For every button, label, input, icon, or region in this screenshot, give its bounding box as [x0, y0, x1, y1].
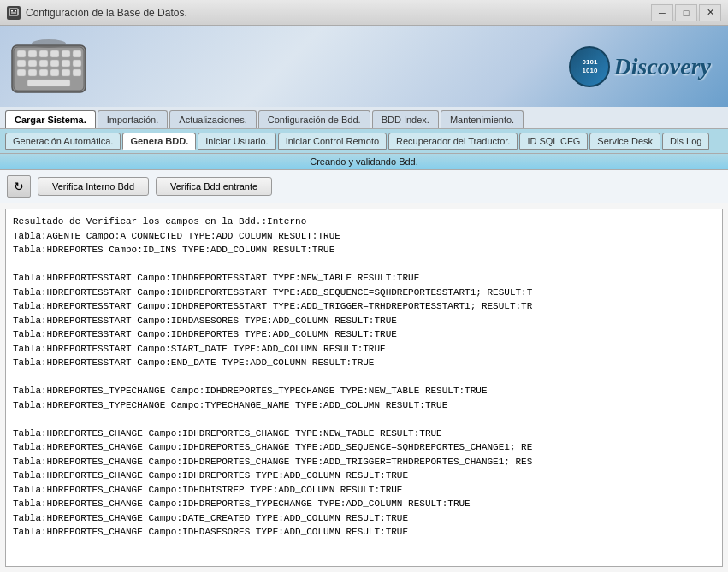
svg-rect-14: [39, 60, 48, 67]
tab-importacion[interactable]: Importación.: [98, 110, 169, 128]
svg-rect-18: [17, 69, 26, 76]
header-area: 01011010 Discovery: [0, 26, 728, 107]
svg-rect-2: [15, 10, 16, 12]
minimize-button[interactable]: ─: [651, 4, 673, 21]
tab-bdd-index[interactable]: BDD Index.: [372, 110, 439, 128]
svg-rect-24: [27, 80, 70, 86]
svg-rect-12: [17, 60, 26, 67]
logo-text: Discovery: [613, 53, 711, 80]
svg-rect-0: [9, 9, 18, 15]
logo-area: 01011010 Discovery: [569, 46, 711, 87]
tab-service-desk[interactable]: Service Desk: [589, 133, 660, 150]
title-bar: Configuración de la Base de Datos. ─ □ ✕: [0, 0, 728, 26]
svg-rect-7: [28, 50, 37, 57]
svg-rect-21: [50, 69, 59, 76]
window-content: 01011010 Discovery Cargar Sistema. Impor…: [0, 26, 728, 572]
svg-rect-10: [62, 50, 70, 57]
svg-point-25: [32, 39, 66, 48]
verifica-entrante-button[interactable]: Verifica Bdd entrante: [156, 177, 272, 196]
window-title: Configuración de la Base de Datos.: [26, 7, 651, 19]
svg-rect-1: [11, 10, 13, 12]
tab-mantenimiento[interactable]: Mantenimiento.: [441, 110, 524, 128]
svg-rect-19: [28, 69, 37, 76]
tab-cargar-sistema[interactable]: Cargar Sistema.: [5, 110, 96, 128]
toolbar-area: Generación Automática. Genera BDD. Inici…: [0, 129, 728, 154]
status-bar: Creando y validando Bdd.: [0, 154, 728, 170]
main-tab-row: Cargar Sistema. Importación. Actualizaci…: [0, 107, 728, 129]
svg-rect-6: [17, 50, 26, 57]
status-text: Creando y validando Bdd.: [310, 156, 418, 167]
tab-dis-log[interactable]: Dis Log: [662, 133, 709, 150]
tab-id-sql-cfg[interactable]: ID SQL CFG: [519, 133, 588, 150]
svg-rect-22: [62, 69, 70, 76]
maximize-button[interactable]: □: [675, 4, 697, 21]
window-controls: ─ □ ✕: [651, 4, 721, 21]
svg-rect-8: [39, 50, 48, 57]
keyboard-icon-area: [10, 37, 87, 97]
content-area: Resultado de Verificar los campos en la …: [0, 203, 728, 572]
svg-rect-3: [11, 12, 16, 13]
tab-iniciar-usuario[interactable]: Iniciar Usuario.: [198, 133, 275, 150]
svg-rect-9: [50, 50, 59, 57]
output-box[interactable]: Resultado de Verificar los campos en la …: [5, 209, 723, 567]
tab-configuracion-bdd[interactable]: Configuración de Bdd.: [258, 110, 370, 128]
svg-rect-13: [28, 60, 37, 67]
tab-generacion-automatica[interactable]: Generación Automática.: [5, 133, 121, 150]
close-button[interactable]: ✕: [699, 4, 721, 21]
app-icon: [7, 6, 21, 20]
refresh-button[interactable]: ↻: [7, 175, 31, 198]
tab-actualizaciones[interactable]: Actualizaciones.: [169, 110, 257, 128]
svg-rect-11: [73, 50, 81, 57]
svg-rect-15: [50, 60, 59, 67]
verifica-interno-button[interactable]: Verifica Interno Bdd: [38, 177, 149, 196]
tab-recuperador-traductor[interactable]: Recuperador del Traductor.: [388, 133, 518, 150]
tab-iniciar-control-remoto[interactable]: Iniciar Control Remoto: [278, 133, 387, 150]
svg-rect-23: [73, 69, 81, 76]
svg-rect-16: [62, 60, 70, 67]
svg-rect-17: [73, 60, 81, 67]
action-row: ↻ Verifica Interno Bdd Verifica Bdd entr…: [0, 170, 728, 203]
tab-genera-bdd[interactable]: Genera BDD.: [122, 133, 196, 150]
logo-circle: 01011010: [569, 46, 610, 87]
svg-rect-20: [39, 69, 48, 76]
